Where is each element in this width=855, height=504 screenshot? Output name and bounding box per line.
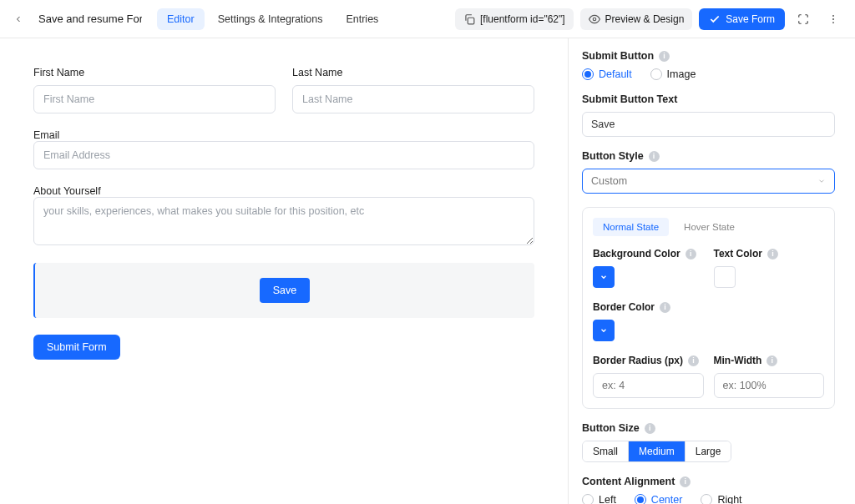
submit-button-heading: Submit Button (582, 50, 654, 62)
button-style-value: Custom (591, 175, 627, 187)
align-center-label: Center (651, 494, 683, 504)
form-title-edit[interactable]: Save and resume For... (33, 13, 142, 25)
align-left-label: Left (599, 494, 616, 504)
email-input[interactable] (33, 141, 534, 169)
fullscreen-icon (797, 13, 809, 25)
align-right-label: Right (717, 494, 741, 504)
min-width-label: Min-Width (714, 355, 762, 366)
tab-editor[interactable]: Editor (157, 8, 205, 30)
align-right[interactable]: Right (701, 494, 741, 504)
align-left[interactable]: Left (582, 494, 616, 504)
text-color-swatch[interactable] (714, 266, 736, 288)
info-icon[interactable]: i (688, 355, 699, 366)
about-textarea[interactable] (33, 197, 534, 245)
eye-icon (589, 13, 600, 25)
bg-color-swatch[interactable] (593, 266, 615, 288)
info-icon[interactable]: i (660, 302, 670, 313)
radio-image[interactable]: Image (650, 68, 696, 80)
save-button-row[interactable]: Save (33, 263, 534, 318)
save-progress-button[interactable]: Save (260, 278, 311, 303)
radio-default[interactable]: Default (582, 68, 632, 80)
shortcode-button[interactable]: [fluentform id="62"] (455, 8, 574, 30)
radio-icon (635, 494, 646, 504)
tab-hover-state[interactable]: Hover State (674, 218, 745, 236)
border-color-label: Border Color (593, 301, 655, 313)
radio-default-label: Default (599, 68, 632, 80)
save-form-button[interactable]: Save Form (699, 8, 785, 30)
border-color-swatch[interactable] (593, 320, 615, 341)
svg-point-1 (593, 18, 596, 21)
shortcode-text: [fluentform id="62"] (480, 13, 565, 25)
fullscreen-button[interactable] (792, 8, 815, 31)
first-name-label: First Name (33, 67, 276, 78)
text-color-label: Text Color (714, 248, 762, 260)
radio-icon (582, 68, 594, 80)
submit-form-button[interactable]: Submit Form (33, 335, 120, 360)
info-icon[interactable]: i (766, 355, 777, 366)
button-size-label: Button Size (582, 422, 640, 434)
tab-entries[interactable]: Entries (336, 8, 388, 30)
border-radius-input[interactable] (593, 373, 704, 398)
info-icon[interactable]: i (659, 51, 670, 62)
radio-icon (650, 68, 662, 80)
kebab-menu[interactable] (822, 8, 845, 31)
align-center[interactable]: Center (635, 494, 683, 504)
save-form-label: Save Form (726, 13, 775, 25)
svg-point-2 (832, 14, 834, 16)
back-button[interactable] (7, 8, 30, 31)
chevron-down-icon (817, 177, 826, 185)
tab-normal-state[interactable]: Normal State (593, 218, 669, 236)
info-icon[interactable]: i (686, 249, 696, 260)
size-large[interactable]: Large (686, 441, 731, 461)
first-name-input[interactable] (33, 85, 276, 113)
submit-button-text-input[interactable] (582, 112, 835, 137)
last-name-input[interactable] (292, 85, 534, 113)
radio-image-label: Image (667, 68, 696, 80)
about-label: About Yourself (33, 185, 101, 197)
bg-color-label: Background Color (593, 248, 680, 260)
dots-vertical-icon (827, 13, 839, 25)
preview-label: Preview & Design (605, 13, 685, 25)
svg-point-3 (832, 18, 834, 20)
tab-settings[interactable]: Settings & Integrations (208, 8, 333, 30)
chevron-down-icon (600, 273, 608, 281)
check-icon (709, 13, 721, 25)
size-small[interactable]: Small (583, 441, 629, 461)
info-icon[interactable]: i (649, 151, 660, 162)
border-radius-label: Border Radius (px) (593, 355, 683, 366)
copy-icon (463, 13, 475, 25)
size-medium[interactable]: Medium (629, 441, 686, 461)
submit-button-text-label: Submit Button Text (582, 93, 677, 105)
email-label: Email (33, 129, 59, 141)
min-width-input[interactable] (714, 373, 825, 398)
form-title: Save and resume For... (38, 13, 142, 25)
svg-rect-0 (468, 18, 474, 24)
chevron-down-icon (600, 326, 608, 335)
info-icon[interactable]: i (767, 249, 778, 260)
info-icon[interactable]: i (645, 423, 655, 434)
last-name-label: Last Name (292, 67, 534, 78)
svg-point-4 (832, 22, 834, 23)
preview-button[interactable]: Preview & Design (580, 8, 693, 30)
info-icon[interactable]: i (680, 476, 691, 487)
radio-icon (701, 494, 712, 504)
content-align-label: Content Alignment (582, 476, 675, 487)
button-style-select[interactable]: Custom (582, 169, 835, 194)
radio-icon (582, 494, 594, 504)
button-style-label: Button Style (582, 150, 644, 162)
chevron-left-icon (13, 14, 23, 24)
